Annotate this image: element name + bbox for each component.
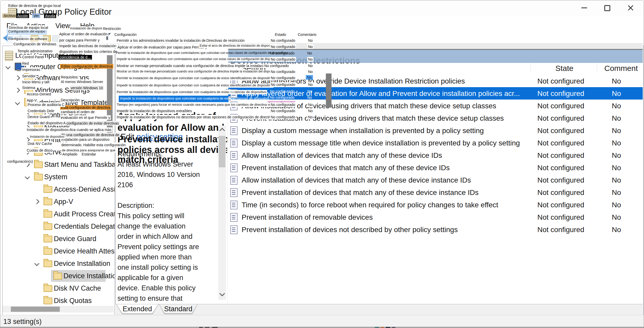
list-row[interactable]: Display a custom message title when devi… [228,137,643,149]
folder-icon [44,298,52,304]
column-header-state[interactable]: State [555,64,573,73]
toolbar-console-icon[interactable] [52,35,60,42]
tree-item-label: Local Computer Policy [15,52,85,60]
chevron-right-icon[interactable] [15,75,20,80]
description-line: Description: [117,202,154,210]
list-row[interactable]: Apply layered order of evaluation for Al… [228,87,643,100]
folder-icon [24,87,33,94]
taskbar-fragment [205,327,209,328]
tree-item-label: Device Installation Restrictions [64,272,115,280]
description-line: Requirements: [117,150,163,158]
taskbar-sliver [0,327,644,328]
setting-name: Apply layered order of evaluation for Al… [242,89,534,98]
menu-item-file[interactable]: File [6,22,18,30]
tree-item-start-menu-and-taskbar[interactable]: Start Menu and Taskbar [3,158,114,171]
chevron-down-icon[interactable] [25,174,30,179]
list-row[interactable]: Allow installation of devices using driv… [228,100,643,112]
list-row[interactable]: Prevent installation of devices not desc… [228,223,643,236]
tab-standard[interactable]: Standard [159,304,198,314]
tree-item-device-guard[interactable]: Device Guard [3,233,114,245]
toolbar-folder-icon[interactable] [31,35,38,42]
description-scrollbar-thumb[interactable] [219,136,225,167]
chevron-down-icon[interactable] [34,261,39,266]
chevron-right-icon[interactable] [25,137,30,142]
tree-item-computer-configuration[interactable]: Computer Configuration [3,61,114,73]
list-row[interactable]: Prevent installation of devices that mat… [228,161,643,174]
column-separator[interactable] [531,63,531,73]
list-row[interactable]: Display a custom message when installati… [228,124,643,137]
list-row[interactable]: Allow installation of devices that match… [228,149,643,161]
tree-item-disk-nv-cache[interactable]: Disk NV Cache [3,282,114,294]
tab-extended[interactable]: Extended [116,304,158,314]
tree-scrollbar-thumb[interactable] [11,307,60,312]
description-line: one install policy setting is [117,264,198,272]
list-row[interactable]: Prevent installation of devices that mat… [228,186,643,199]
chevron-down-icon[interactable] [15,100,20,105]
folder-icon [34,137,43,143]
menu-item-view[interactable]: View [55,22,70,30]
tree-item-windows-settings[interactable]: Windows Settings [3,84,114,96]
window-title: Local Group Policy Editor [16,7,112,17]
maximize-icon[interactable] [604,5,610,11]
taskbar-fragment [375,327,379,328]
tree-item-label: System [44,173,67,181]
folder-icon [44,199,52,205]
toolbar-folder-icon[interactable] [43,35,51,42]
list-row[interactable]: Allow installation of devices that match… [228,174,643,186]
menu-item-help[interactable]: Help [80,22,95,30]
selected-setting-title-line: Apply layered order of [117,111,216,121]
chevron-right-icon[interactable] [15,88,20,93]
setting-state: Not configured [537,226,584,234]
setting-state: Not configured [537,139,584,147]
tree-item-label: Network [44,124,70,132]
chevron-right-icon[interactable] [25,150,30,155]
chevron-right-icon[interactable] [34,199,39,204]
tree-item-system[interactable]: System [3,171,114,183]
tree-item-network[interactable]: Network [3,121,114,134]
tree-item-local-computer-policy[interactable]: Local Computer Policy [3,49,114,62]
chevron-right-icon[interactable] [25,125,30,130]
tree-item-software-settings[interactable]: Software Settings [3,72,114,84]
tree-item-audit-process-creation[interactable]: Audit Process Creation [3,208,114,220]
column-header-setting[interactable]: Setting [242,64,266,73]
chevron-down-icon[interactable] [5,64,11,69]
list-row[interactable]: Prevent installation of removable device… [228,211,643,223]
tab-extended-label[interactable]: Extended [116,304,158,314]
policy-setting-icon [230,139,238,147]
description-line: applied when more than [117,253,192,261]
tree-item-printers[interactable]: Printers [3,134,114,146]
list-row[interactable]: Allow administrators to override Device … [228,75,643,87]
tree-item-label: Administrative Templates [35,99,112,107]
computer-icon [15,63,24,70]
tree-item-label: Start Menu and Taskbar [44,161,115,169]
tree-item-device-health-attestation-service[interactable]: Device Health Attestation Service [3,245,114,257]
list-row[interactable]: Time (in seconds) to force reboot when r… [228,199,643,211]
folder-icon [34,124,43,131]
tree-item-server[interactable]: Server [3,146,114,158]
settings-list-pane: Device Installation Restrictions Setting… [228,46,643,304]
tree-item-device-installation-restrictions[interactable]: Device Installation Restrictions [3,270,114,282]
setting-state: Not configured [537,151,584,160]
tree-item-credentials-delegation[interactable]: Credentials Delegation [3,220,114,233]
tree-item-administrative-templates[interactable]: Administrative Templates [3,96,114,109]
list-row[interactable]: Prevent installation of devices using dr… [228,112,643,124]
tree-item-label: Windows Settings [35,86,90,94]
tree-item-app-v[interactable]: App-V [3,195,114,208]
selected-setting-title-line: evaluation for Allow and [117,122,224,133]
description-line: device. Enable this policy [117,284,196,292]
minimize-icon[interactable] [581,7,587,8]
tree-item-label: Control Panel [44,111,87,119]
tab-standard-label[interactable]: Standard [159,304,197,314]
column-header-comment[interactable]: Comment [604,64,638,73]
column-separator[interactable] [597,63,597,73]
tree-item-disk-quotas[interactable]: Disk Quotas [3,294,114,307]
chevron-right-icon[interactable] [25,112,30,118]
tree-item-device-installation[interactable]: Device Installation [3,257,114,270]
policy-setting-icon [230,213,238,222]
menu-item-action[interactable]: Action [26,22,45,30]
tree-item-control-panel[interactable]: Control Panel [3,109,114,121]
chevron-right-icon[interactable] [25,162,30,167]
tree-item-access-denied-assistance[interactable]: Access-Denied Assistance [3,183,114,195]
setting-comment: No [612,151,621,160]
policy-setting-icon [230,89,238,98]
